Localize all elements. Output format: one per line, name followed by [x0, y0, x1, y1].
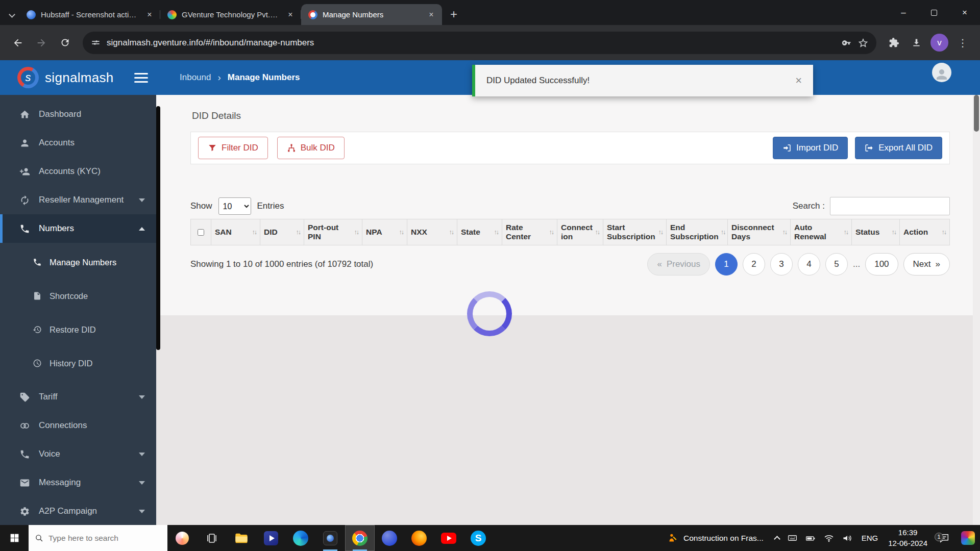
column-header-end-subscription[interactable]: End Subscription↑↓: [667, 219, 728, 245]
sort-icon[interactable]: ↑↓: [354, 229, 359, 236]
task-view-button[interactable]: [197, 525, 227, 551]
column-header-portout-pin[interactable]: Port-out PIN↑↓: [304, 219, 362, 245]
browser-tab-manage-numbers[interactable]: Manage Numbers ×: [301, 4, 442, 25]
sidebar-scrollbar[interactable]: [156, 106, 160, 350]
forward-button[interactable]: [31, 32, 52, 54]
sort-icon[interactable]: ↑↓: [296, 229, 301, 236]
taskbar-search-box[interactable]: [29, 525, 167, 551]
import-did-button[interactable]: Import DID: [773, 137, 848, 159]
file-explorer-button[interactable]: [227, 525, 256, 551]
user-avatar[interactable]: [932, 63, 951, 82]
sidebar-item-tariff[interactable]: Tariff: [0, 383, 156, 411]
column-header-npa[interactable]: NPA↑↓: [362, 219, 407, 245]
column-header-rate-center[interactable]: Rate Center↑↓: [502, 219, 557, 245]
column-header-connection[interactable]: Connection↑↓: [557, 219, 603, 245]
extensions-button[interactable]: [884, 33, 904, 53]
sort-icon[interactable]: ↑↓: [844, 229, 848, 236]
language-indicator[interactable]: ENG: [856, 534, 884, 542]
reload-button[interactable]: [54, 32, 76, 54]
site-settings-icon[interactable]: [91, 38, 101, 47]
skype-button[interactable]: S: [463, 525, 493, 551]
page-scrollbar-thumb[interactable]: [974, 95, 979, 132]
sidebar-item-numbers[interactable]: Numbers: [0, 214, 156, 243]
pagination-previous-button[interactable]: « Previous: [647, 253, 710, 276]
sidebar-item-accounts[interactable]: Accounts: [0, 129, 156, 157]
tab-close-icon[interactable]: ×: [285, 9, 296, 20]
export-all-did-button[interactable]: Export All DID: [855, 137, 942, 159]
sort-icon[interactable]: ↑↓: [399, 229, 404, 236]
bookmark-star-icon[interactable]: [858, 38, 868, 48]
select-all-checkbox[interactable]: [198, 229, 204, 236]
column-header-status[interactable]: Status↑↓: [852, 219, 900, 245]
column-header-action[interactable]: Action↑↓: [900, 219, 949, 245]
column-header-san[interactable]: SAN↑↓: [211, 219, 260, 245]
touch-keyboard-button[interactable]: [783, 533, 801, 543]
sidebar-item-messaging[interactable]: Messaging: [0, 468, 156, 497]
sort-icon[interactable]: ↑↓: [782, 229, 787, 236]
browser-tab-gventure[interactable]: GVenture Technology Pvt. Ltd. ×: [160, 4, 301, 25]
browser-tab-hubstaff[interactable]: Hubstaff - Screenshot activity ×: [19, 4, 160, 25]
sidebar-item-shortcode[interactable]: Shortcode: [0, 279, 156, 313]
volume-tray-button[interactable]: [838, 533, 856, 543]
sort-icon[interactable]: ↑↓: [595, 229, 600, 236]
address-bar[interactable]: signalmash.gventure.info/#/inbound/manag…: [83, 32, 876, 54]
sidebar-item-dashboard[interactable]: Dashboard: [0, 100, 156, 129]
page-size-select[interactable]: 10: [218, 197, 251, 215]
media-player-button[interactable]: [256, 525, 286, 551]
sidebar-item-reseller-management[interactable]: Reseller Management: [0, 186, 156, 214]
bulk-did-button[interactable]: Bulk DID: [277, 137, 345, 159]
url-text[interactable]: signalmash.gventure.info/#/inbound/manag…: [107, 38, 836, 48]
sidebar-item-history-did[interactable]: History DID: [0, 346, 156, 380]
pagination-last-page-button[interactable]: 100: [865, 253, 898, 276]
tab-search-chevron-icon[interactable]: [4, 6, 19, 25]
wifi-tray-button[interactable]: [820, 533, 838, 543]
firefox-button[interactable]: [404, 525, 434, 551]
taskbar-clock[interactable]: 16:39 12-06-2024: [883, 528, 933, 548]
column-header-state[interactable]: State↑↓: [457, 219, 502, 245]
pagination-page-button[interactable]: 1: [715, 253, 738, 276]
battery-tray-button[interactable]: [801, 533, 820, 543]
sidebar-item-accounts-kyc[interactable]: Accounts (KYC): [0, 157, 156, 186]
news-widget[interactable]: Construction on Fras...: [660, 533, 771, 543]
sort-icon[interactable]: ↑↓: [252, 229, 257, 236]
column-header-auto-renewal[interactable]: Auto Renewal↑↓: [791, 219, 852, 245]
sort-icon[interactable]: ↑↓: [494, 229, 499, 236]
browser-profile-avatar[interactable]: v: [930, 34, 948, 52]
password-key-icon[interactable]: [842, 38, 852, 48]
minimize-button[interactable]: –: [888, 0, 919, 25]
teams-button[interactable]: [375, 525, 404, 551]
maximize-button[interactable]: [919, 0, 949, 25]
sidebar-item-connections[interactable]: Connections: [0, 411, 156, 440]
sort-icon[interactable]: ↑↓: [721, 229, 725, 236]
new-tab-button[interactable]: +: [445, 6, 462, 23]
column-header-nxx[interactable]: NXX↑↓: [407, 219, 457, 245]
action-center-button[interactable]: 1: [933, 533, 956, 544]
pagination-page-button[interactable]: 2: [743, 253, 765, 276]
start-button[interactable]: [0, 525, 29, 551]
sidebar-item-voice[interactable]: Voice: [0, 440, 156, 468]
sidebar-item-a2p-campaign[interactable]: A2P Campaign: [0, 497, 156, 525]
column-header-start-subscription[interactable]: Start Subscription↑↓: [603, 219, 667, 245]
browser-menu-button[interactable]: ⋮: [952, 33, 973, 53]
filter-did-button[interactable]: Filter DID: [198, 137, 268, 159]
tray-app-icon[interactable]: [961, 531, 975, 545]
sidebar-item-manage-numbers[interactable]: Manage Numbers: [0, 245, 156, 279]
breadcrumb-parent[interactable]: Inbound: [180, 72, 211, 83]
tab-close-icon[interactable]: ×: [144, 9, 155, 20]
edge-button[interactable]: [286, 525, 315, 551]
pagination-page-button[interactable]: 3: [770, 253, 793, 276]
taskbar-search-input[interactable]: [48, 534, 161, 543]
toast-close-icon[interactable]: ×: [795, 74, 802, 87]
search-highlight-icon[interactable]: [167, 525, 197, 551]
sort-icon[interactable]: ↑↓: [449, 229, 454, 236]
youtube-button[interactable]: [434, 525, 463, 551]
sidebar-item-restore-did[interactable]: Restore DID: [0, 313, 156, 346]
close-button[interactable]: ×: [949, 0, 980, 25]
page-scrollbar[interactable]: [973, 95, 980, 525]
column-header-disconnect-days[interactable]: Disconnect Days↑↓: [728, 219, 791, 245]
sort-icon[interactable]: ↑↓: [549, 229, 554, 236]
downloads-button[interactable]: [906, 33, 926, 53]
sort-icon[interactable]: ↑↓: [942, 229, 946, 236]
pagination-page-button[interactable]: 4: [798, 253, 820, 276]
sidebar-toggle-button[interactable]: [133, 70, 149, 86]
